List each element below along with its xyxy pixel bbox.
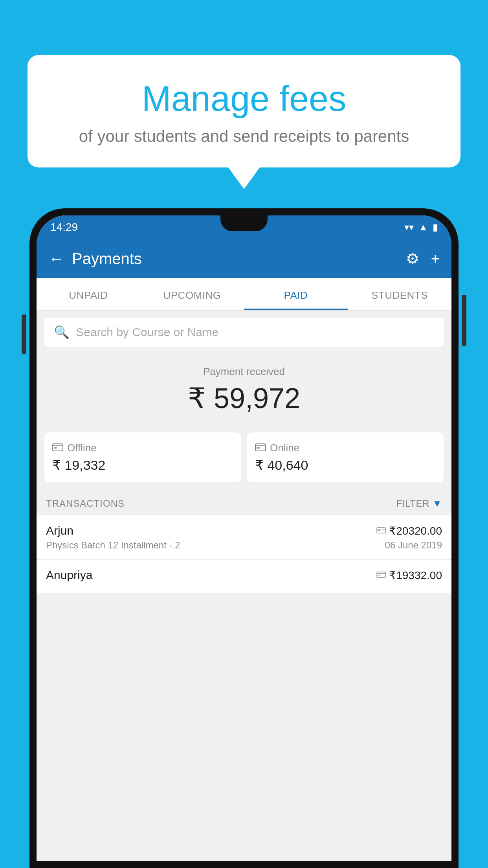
power-button: [462, 295, 466, 346]
offline-label: Offline: [67, 442, 97, 454]
transaction-date: 06 June 2019: [385, 540, 442, 551]
settings-icon[interactable]: ⚙: [406, 250, 419, 267]
transaction-top: Anupriya ₹19332.00: [46, 568, 442, 582]
app-bar: ← Payments ⚙ +: [37, 239, 451, 278]
phone-frame: 14:29 ▾▾ ▲ ▮ ← Payments ⚙ + UNPAID UPC: [29, 208, 459, 868]
transactions-header: TRANSACTIONS FILTER ▼: [37, 490, 451, 515]
content-area: 🔍 Search by Course or Name Payment recei…: [37, 311, 451, 861]
transaction-amount: ₹20320.00: [389, 524, 442, 537]
speech-bubble: Manage fees of your students and send re…: [28, 55, 460, 167]
svg-rect-5: [257, 447, 260, 449]
notch: [220, 215, 268, 231]
svg-rect-0: [53, 444, 63, 451]
svg-rect-11: [378, 575, 380, 576]
add-icon[interactable]: +: [431, 250, 440, 267]
payment-received-label: Payment received: [44, 366, 444, 378]
tab-upcoming[interactable]: UPCOMING: [140, 278, 244, 310]
transaction-item[interactable]: Arjun ₹20320.00: [37, 515, 451, 560]
transaction-top: Arjun ₹20320.00: [46, 524, 442, 537]
filter-icon: ▼: [433, 498, 442, 509]
status-icons: ▾▾ ▲ ▮: [404, 222, 438, 233]
search-icon: 🔍: [54, 325, 70, 340]
payment-summary: Payment received ₹ 59,972: [37, 354, 451, 432]
tab-students[interactable]: STUDENTS: [348, 278, 451, 310]
transaction-amount-wrapper: ₹20320.00: [376, 524, 442, 537]
phone-inner: 14:29 ▾▾ ▲ ▮ ← Payments ⚙ + UNPAID UPC: [37, 215, 451, 861]
online-card-header: Online: [255, 442, 436, 454]
online-icon: [255, 442, 266, 454]
speech-bubble-tail: [228, 167, 260, 189]
battery-icon: ▮: [433, 222, 438, 233]
tabs-container: UNPAID UPCOMING PAID STUDENTS: [37, 278, 451, 311]
transactions-label: TRANSACTIONS: [46, 498, 125, 509]
tab-unpaid[interactable]: UNPAID: [37, 278, 140, 310]
speech-bubble-title: Manage fees: [51, 79, 437, 119]
volume-button: [22, 314, 26, 354]
online-label: Online: [270, 442, 299, 454]
online-payment-card: Online ₹ 40,640: [247, 432, 444, 482]
signal-icon: ▲: [418, 222, 428, 233]
payment-cards-row: Offline ₹ 19,332: [37, 432, 451, 490]
transaction-item[interactable]: Anupriya ₹19332.00: [37, 560, 451, 593]
tab-paid[interactable]: PAID: [244, 278, 348, 310]
wifi-icon: ▾▾: [404, 222, 414, 233]
transaction-amount-wrapper: ₹19332.00: [376, 569, 442, 582]
svg-rect-2: [54, 447, 57, 449]
online-amount: ₹ 40,640: [255, 457, 436, 473]
svg-rect-3: [255, 444, 266, 451]
offline-payment-icon: [376, 570, 386, 581]
transaction-course: Physics Batch 12 Installment - 2: [46, 540, 180, 551]
svg-rect-8: [378, 530, 380, 531]
online-payment-icon: [376, 525, 386, 536]
filter-label: FILTER: [396, 498, 429, 509]
offline-card-header: Offline: [52, 442, 233, 454]
offline-amount: ₹ 19,332: [52, 457, 233, 473]
transaction-amount: ₹19332.00: [389, 569, 442, 582]
filter-button[interactable]: FILTER ▼: [396, 498, 442, 509]
transaction-bottom: Physics Batch 12 Installment - 2 06 June…: [46, 540, 442, 551]
transaction-name: Anupriya: [46, 568, 92, 582]
phone-screen: 14:29 ▾▾ ▲ ▮ ← Payments ⚙ + UNPAID UPC: [37, 215, 451, 861]
status-time: 14:29: [50, 221, 78, 234]
search-placeholder: Search by Course or Name: [76, 326, 219, 339]
status-bar: 14:29 ▾▾ ▲ ▮: [37, 215, 451, 239]
search-bar[interactable]: 🔍 Search by Course or Name: [44, 318, 444, 347]
offline-icon: [52, 442, 63, 454]
transaction-name: Arjun: [46, 524, 73, 537]
back-button[interactable]: ←: [48, 250, 64, 268]
speech-bubble-section: Manage fees of your students and send re…: [28, 55, 460, 189]
speech-bubble-subtitle: of your students and send receipts to pa…: [51, 127, 437, 146]
payment-total-amount: ₹ 59,972: [44, 382, 444, 415]
offline-payment-card: Offline ₹ 19,332: [44, 432, 241, 482]
app-bar-title: Payments: [72, 250, 398, 268]
app-bar-actions: ⚙ +: [406, 250, 440, 267]
